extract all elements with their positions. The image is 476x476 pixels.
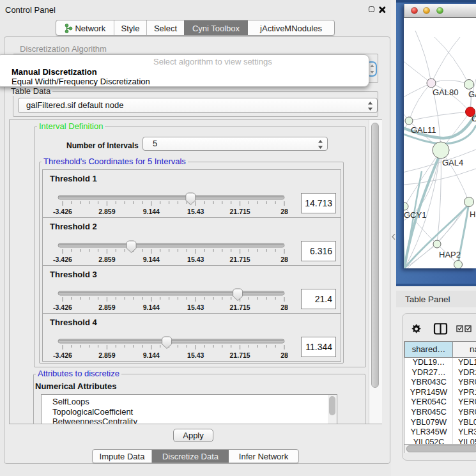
svg-text:15.43: 15.43: [187, 208, 204, 215]
svg-text:9.144: 9.144: [143, 303, 160, 311]
svg-text:21.715: 21.715: [230, 208, 250, 215]
svg-text:HAP2: HAP2: [439, 250, 461, 259]
svg-text:28: 28: [280, 208, 288, 215]
svg-text:28: 28: [280, 351, 288, 359]
svg-text:9.144: 9.144: [143, 256, 160, 263]
svg-text:CDC: CDC: [472, 114, 476, 123]
svg-text:15.43: 15.43: [187, 303, 204, 311]
svg-text:9.144: 9.144: [143, 208, 160, 215]
svg-text:-3.426: -3.426: [53, 256, 72, 263]
svg-text:GAL4: GAL4: [442, 158, 463, 167]
svg-text:-3.426: -3.426: [53, 351, 72, 359]
svg-text:HIS4: HIS4: [470, 210, 476, 219]
svg-text:15.43: 15.43: [187, 256, 204, 263]
svg-text:21.715: 21.715: [230, 351, 250, 359]
svg-text:-3.426: -3.426: [53, 303, 72, 311]
svg-text:9.144: 9.144: [143, 351, 160, 359]
svg-text:2.859: 2.859: [98, 351, 115, 359]
svg-text:21.715: 21.715: [230, 303, 250, 311]
svg-text:GCY1: GCY1: [404, 210, 426, 220]
svg-text:GAL11: GAL11: [411, 125, 436, 135]
svg-text:2.859: 2.859: [98, 208, 115, 215]
svg-text:15.43: 15.43: [187, 351, 204, 359]
svg-text:2.859: 2.859: [98, 256, 115, 263]
svg-text:-3.426: -3.426: [53, 208, 72, 215]
svg-text:GAL2: GAL2: [468, 89, 476, 99]
svg-text:28: 28: [280, 256, 288, 263]
svg-text:21.715: 21.715: [230, 256, 250, 263]
svg-text:GAL80: GAL80: [433, 88, 458, 97]
svg-text:28: 28: [280, 303, 288, 311]
svg-text:2.859: 2.859: [98, 303, 115, 311]
